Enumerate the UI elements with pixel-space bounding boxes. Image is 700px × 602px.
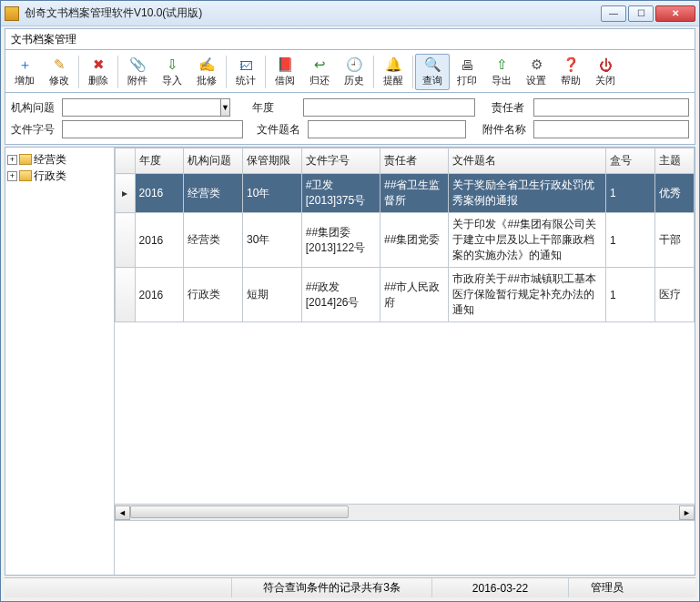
col-年度[interactable]: 年度 [135,148,184,174]
设置-icon: ⚙ [527,56,545,73]
tool-附件[interactable]: 📎附件 [120,54,155,90]
tool-label: 帮助 [561,74,581,87]
status-date: 2016-03-22 [432,578,569,597]
tool-label: 借阅 [275,74,295,87]
tool-增加[interactable]: ＋增加 [7,54,42,90]
org-combo[interactable]: ▼ [62,98,230,117]
cell-year: 2016 [135,268,184,322]
main-body: +经营类+行政类 年度机构问题保管期限文件字号责任者文件题名盒号主题▸2016经… [5,147,695,576]
gutter-header [116,148,136,174]
cell-title: 关于奖励全省卫生行政处罚优秀案例的通报 [449,174,605,213]
org-input[interactable] [62,98,220,117]
tool-label: 关闭 [595,74,615,87]
tool-统计[interactable]: 🗠统计 [228,54,263,90]
maximize-button[interactable]: ☐ [628,5,654,22]
table-row[interactable]: ▸2016经营类10年#卫发[2013]375号##省卫生监督所关于奖励全省卫生… [116,174,695,213]
close-button[interactable]: ✕ [655,5,695,22]
tree-item-经营类[interactable]: +经营类 [7,151,112,168]
tool-提醒[interactable]: 🔔提醒 [376,54,411,90]
docno-input[interactable] [62,120,243,138]
col-机构问题[interactable]: 机构问题 [184,148,243,174]
tool-修改[interactable]: ✎修改 [42,54,76,90]
folder-icon [19,170,32,181]
tool-打印[interactable]: 🖶打印 [450,54,484,90]
status-count: 符合查询条件的记录共有3条 [232,578,432,597]
tool-label: 归还 [309,74,330,87]
search-panel: 机构问题 ▼ 年度 责任者 文件字号 文件题名 附件名称 [5,93,695,145]
horizontal-scrollbar[interactable]: ◄ ► [115,504,695,520]
tool-label: 导入 [162,74,182,87]
tool-借阅[interactable]: 📕借阅 [268,54,302,90]
tree-label: 经营类 [34,152,66,168]
历史-icon: 🕘 [345,56,363,73]
grid-table: 年度机构问题保管期限文件字号责任者文件题名盒号主题▸2016经营类10年#卫发[… [115,148,695,322]
cell-person: ##省卫生监督所 [380,174,449,213]
cell-docno: ##集团委[2013]122号 [301,213,380,268]
col-文件题名[interactable]: 文件题名 [449,148,605,174]
cell-period: 短期 [243,268,302,322]
cell-docno: #卫发[2013]375号 [301,174,380,213]
title-input[interactable] [308,120,466,138]
tool-查询[interactable]: 🔍查询 [415,54,450,90]
person-input[interactable] [533,98,689,117]
label-org: 机构问题 [11,100,58,116]
cell-box: 1 [605,213,654,268]
expand-icon[interactable]: + [7,171,17,181]
导入-icon: ⇩ [163,56,181,73]
tool-导入[interactable]: ⇩导入 [155,54,189,90]
tool-label: 历史 [344,74,364,87]
scroll-right-icon[interactable]: ► [679,505,695,520]
grid-panel: 年度机构问题保管期限文件字号责任者文件题名盒号主题▸2016经营类10年#卫发[… [115,148,695,575]
tool-设置[interactable]: ⚙设置 [519,54,553,90]
scroll-track[interactable] [130,505,679,520]
scroll-left-icon[interactable]: ◄ [115,505,130,520]
data-grid: 年度机构问题保管期限文件字号责任者文件题名盒号主题▸2016经营类10年#卫发[… [115,148,695,504]
app-window: 创奇文书档案管理软件V10.0(试用版) — ☐ ✕ 文书档案管理 ＋增加✎修改… [0,0,700,602]
table-row[interactable]: 2016经营类30年##集团委[2013]122号##集团党委关于印发《##集团… [116,213,695,268]
row-gutter: ▸ [116,174,136,213]
label-docno: 文件字号 [11,122,58,138]
window-controls: — ☐ ✕ [601,5,695,22]
cell-box: 1 [605,174,654,213]
detail-panel [115,520,695,575]
cell-period: 10年 [243,174,302,213]
tree-panel: +经营类+行政类 [5,148,115,575]
label-title: 文件题名 [257,122,304,138]
minimize-button[interactable]: — [601,5,626,22]
label-year: 年度 [252,100,299,116]
cell-subject: 优秀 [654,174,694,213]
tool-label: 批修 [197,74,217,87]
打印-icon: 🖶 [458,56,476,73]
org-dropdown-icon[interactable]: ▼ [220,98,230,117]
cell-org: 经营类 [184,174,243,213]
col-责任者[interactable]: 责任者 [380,148,449,174]
label-attach: 附件名称 [482,122,530,138]
year-input[interactable] [303,98,475,117]
tool-导出[interactable]: ⇧导出 [484,54,519,90]
批修-icon: ✍ [198,56,216,73]
window-title: 创奇文书档案管理软件V10.0(试用版) [25,5,601,21]
tool-关闭[interactable]: ⏻关闭 [588,54,623,90]
tool-归还[interactable]: ↩归还 [302,54,337,90]
table-row[interactable]: 2016行政类短期##政发[2014]26号##市人民政府市政府关于##市城镇职… [116,268,695,322]
folder-icon [19,154,32,165]
col-保管期限[interactable]: 保管期限 [243,148,302,174]
col-盒号[interactable]: 盒号 [605,148,654,174]
scroll-thumb[interactable] [130,505,349,518]
tool-label: 设置 [526,74,546,87]
tree-item-行政类[interactable]: +行政类 [7,168,112,184]
查询-icon: 🔍 [423,56,441,73]
tool-批修[interactable]: ✍批修 [189,54,224,90]
expand-icon[interactable]: + [7,155,17,165]
tool-历史[interactable]: 🕘历史 [337,54,371,90]
tool-label: 查询 [422,74,442,87]
tool-帮助[interactable]: ❓帮助 [553,54,588,90]
tool-label: 打印 [457,74,477,87]
col-主题[interactable]: 主题 [654,148,694,174]
attach-input[interactable] [533,120,689,138]
menu-item-archive[interactable]: 文书档案管理 [11,32,76,47]
col-文件字号[interactable]: 文件字号 [301,148,380,174]
tool-label: 导出 [492,74,512,87]
tool-删除[interactable]: ✖删除 [81,54,116,90]
帮助-icon: ❓ [562,56,580,73]
